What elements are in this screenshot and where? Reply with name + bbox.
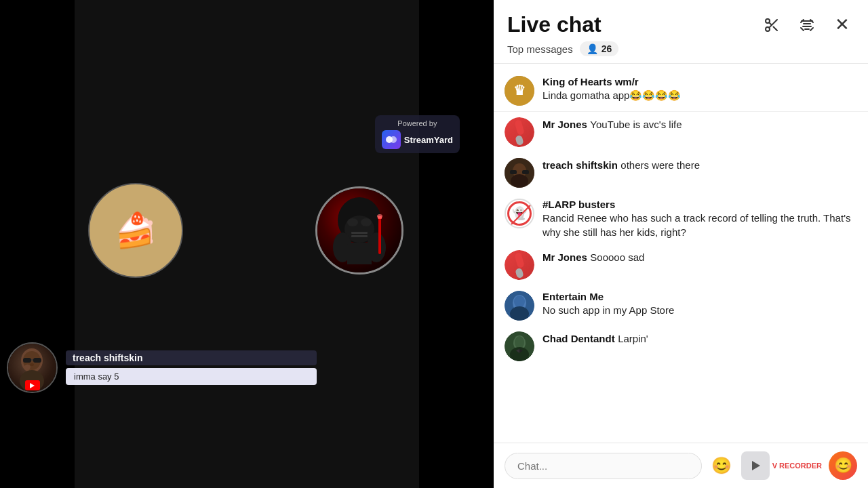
msg-author: Mr Jones bbox=[542, 119, 587, 130]
chad-avatar-inner bbox=[505, 331, 534, 361]
svg-rect-7 bbox=[351, 235, 368, 237]
svg-line-26 bbox=[769, 22, 772, 25]
svg-marker-52 bbox=[752, 461, 760, 470]
smiley-live-btn[interactable]: 😊 bbox=[829, 451, 857, 480]
message-item: ♛ King of Hearts wm/r Linda gomatha app😂… bbox=[494, 70, 868, 112]
msg-avatar-chad bbox=[505, 331, 534, 361]
svg-point-19 bbox=[30, 363, 34, 366]
svg-point-13 bbox=[377, 214, 382, 218]
video-panel: Powered by StreamYard 🍰 bbox=[0, 0, 494, 488]
msg-author: Chad Dentandt bbox=[542, 333, 615, 344]
svg-line-32 bbox=[801, 28, 804, 30]
svg-rect-17 bbox=[33, 358, 41, 363]
chat-input[interactable] bbox=[505, 453, 702, 479]
message-item: 👻 #LARP busters Rancid Renee who has suc… bbox=[494, 193, 868, 245]
scissors-icon[interactable] bbox=[760, 13, 784, 37]
message-item: Mr Jones Sooooo sad bbox=[494, 245, 868, 285]
smiley-icon: 😊 bbox=[834, 457, 852, 474]
msg-avatar-mrjones1 bbox=[505, 117, 534, 147]
message-item: treach shiftskin others were there bbox=[494, 152, 868, 193]
msg-content-treach: treach shiftskin others were there bbox=[542, 158, 857, 172]
msg-text: others were there bbox=[620, 159, 700, 171]
msg-author: #LARP busters bbox=[542, 199, 615, 210]
msg-content-king: King of Hearts wm/r Linda gomatha app😂😂😂… bbox=[542, 76, 857, 102]
top-messages-label: Top messages bbox=[507, 43, 573, 55]
svg-point-45 bbox=[510, 306, 529, 321]
svg-rect-6 bbox=[351, 232, 368, 234]
chat-input-row: 😊 V RECORDER 😊 bbox=[494, 443, 868, 488]
user-card: treach shiftskin imma say 5 bbox=[7, 342, 317, 393]
svg-rect-39 bbox=[510, 170, 517, 174]
filter-icon[interactable] bbox=[795, 13, 819, 37]
msg-author: King of Hearts wm/r bbox=[542, 76, 639, 87]
svg-line-31 bbox=[801, 20, 804, 22]
emoji-button[interactable]: 😊 bbox=[709, 453, 734, 479]
svg-text:♛: ♛ bbox=[513, 83, 526, 98]
recorder-play-btn[interactable] bbox=[741, 451, 770, 480]
msg-text: No such app in my App Store bbox=[542, 303, 857, 317]
youtube-badge bbox=[25, 380, 40, 390]
msg-text: Rancid Renee who has such a track record… bbox=[542, 211, 857, 239]
svg-point-48 bbox=[515, 336, 524, 348]
close-icon[interactable]: ✕ bbox=[830, 13, 854, 37]
msg-text: Larpin' bbox=[618, 333, 648, 344]
svg-rect-10 bbox=[347, 243, 372, 264]
msg-content-chad: Chad Dentandt Larpin' bbox=[542, 331, 857, 346]
msg-avatar-treach bbox=[505, 158, 534, 188]
user-name-label: treach shiftskin bbox=[66, 350, 317, 365]
powered-by-label: Powered by bbox=[397, 119, 437, 127]
user-avatar bbox=[7, 342, 58, 393]
svg-point-44 bbox=[514, 296, 525, 308]
svg-point-5 bbox=[361, 218, 372, 226]
darth-avatar bbox=[315, 186, 403, 274]
viewers-badge: 👤 26 bbox=[580, 41, 619, 56]
message-item: Mr Jones YouTube is avc's life bbox=[494, 112, 868, 152]
chat-header: Live chat bbox=[494, 0, 868, 64]
video-dark-right bbox=[419, 0, 494, 488]
svg-rect-16 bbox=[23, 358, 31, 363]
msg-content-entertain: Entertain Me No such app in my App Store bbox=[542, 291, 857, 317]
msg-content-mrjones2: Mr Jones Sooooo sad bbox=[542, 250, 857, 264]
chat-title-row: Live chat bbox=[507, 12, 854, 37]
svg-line-33 bbox=[810, 20, 813, 22]
streamyard-name: StreamYard bbox=[404, 135, 453, 145]
message-item: Entertain Me No such app in my App Store bbox=[494, 285, 868, 326]
msg-author: Mr Jones bbox=[542, 251, 587, 263]
msg-author: treach shiftskin bbox=[542, 159, 618, 171]
viewers-count: 26 bbox=[601, 43, 612, 54]
msg-content-larp: #LARP busters Rancid Renee who has such … bbox=[542, 199, 857, 239]
msg-avatar-king: ♛ bbox=[505, 76, 534, 106]
svg-rect-40 bbox=[522, 170, 529, 174]
entertain-avatar-inner bbox=[505, 291, 534, 321]
msg-content-mrjones1: Mr Jones YouTube is avc's life bbox=[542, 117, 857, 131]
messages-list: ♛ King of Hearts wm/r Linda gomatha app😂… bbox=[494, 64, 868, 443]
video-dark-left bbox=[0, 0, 75, 488]
message-item: Chad Dentandt Larpin' bbox=[494, 326, 868, 367]
chat-sub-row: Top messages 👤 26 bbox=[507, 41, 854, 56]
svg-point-41 bbox=[511, 174, 528, 188]
msg-avatar-entertain bbox=[505, 291, 534, 321]
food-icon: 🍰 bbox=[115, 211, 157, 250]
svg-point-1 bbox=[390, 136, 397, 143]
msg-author: Entertain Me bbox=[542, 291, 604, 302]
svg-point-4 bbox=[347, 218, 358, 226]
streamyard-logo: StreamYard bbox=[382, 130, 453, 149]
svg-line-25 bbox=[773, 26, 777, 30]
user-message-bar: imma say 5 bbox=[66, 368, 317, 385]
user-info: treach shiftskin imma say 5 bbox=[66, 350, 317, 385]
svg-rect-11 bbox=[378, 217, 381, 254]
recorder-label[interactable]: V RECORDER bbox=[772, 462, 822, 470]
msg-avatar-mrjones2 bbox=[505, 250, 534, 280]
larp-logo: 👻 bbox=[506, 200, 533, 227]
msg-text: YouTube is avc's life bbox=[590, 119, 682, 130]
viewers-icon: 👤 bbox=[587, 43, 598, 54]
chat-header-icons: ✕ bbox=[760, 13, 854, 37]
chat-panel: Live chat bbox=[494, 0, 868, 488]
streamyard-icon bbox=[382, 130, 401, 149]
msg-text: Sooooo sad bbox=[590, 251, 644, 263]
darth-inner bbox=[317, 188, 401, 272]
msg-text: Linda gomatha app😂😂😂😂 bbox=[542, 88, 857, 102]
streamyard-badge: Powered by StreamYard bbox=[375, 115, 460, 153]
chat-title: Live chat bbox=[507, 12, 601, 37]
emoji-icon: 😊 bbox=[711, 456, 732, 475]
